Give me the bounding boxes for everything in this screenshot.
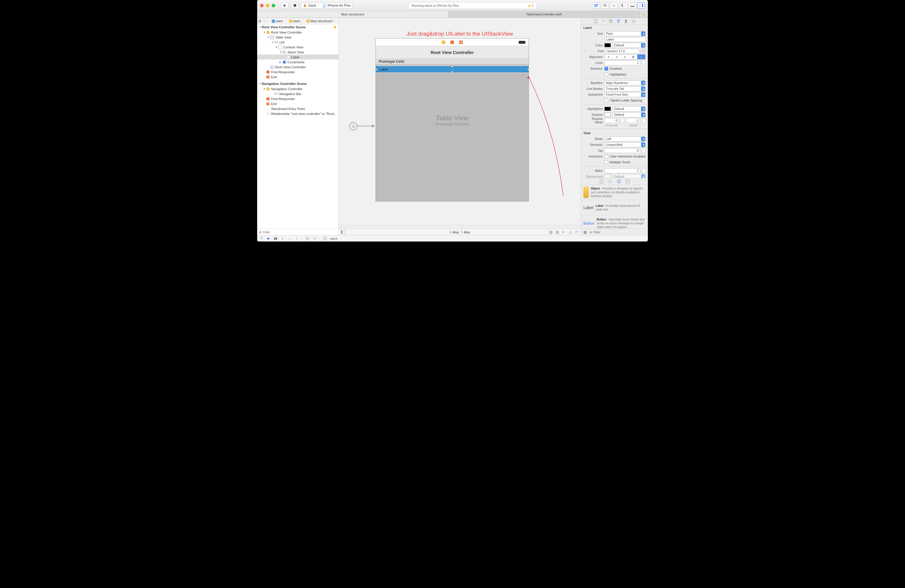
- library-item-object[interactable]: Object - Provides a template for objects…: [581, 184, 648, 200]
- jumpbar-seg-1[interactable]: stack: [289, 19, 301, 23]
- library-items-list[interactable]: Object - Provides a template for objects…: [581, 184, 648, 229]
- background-swatch[interactable]: [604, 175, 611, 178]
- standard-editor-button[interactable]: [592, 2, 600, 9]
- tab-main-storyboard[interactable]: Main.storyboard: [257, 11, 448, 17]
- resize-handle-bottom[interactable]: [451, 71, 453, 73]
- alpha-stepper[interactable]: [642, 168, 646, 173]
- multitouch-checkbox[interactable]: [604, 161, 608, 164]
- simulate-location-button[interactable]: ◁: [312, 237, 316, 241]
- quick-help-tab[interactable]: ?: [601, 19, 606, 24]
- shadow-v-field[interactable]: -1: [626, 118, 641, 123]
- align-left-button[interactable]: ≡: [605, 54, 613, 59]
- align-justify-button[interactable]: ≣: [629, 54, 637, 59]
- pause-button[interactable]: ▮▮: [273, 237, 278, 241]
- object-library-tab[interactable]: [617, 179, 621, 184]
- highlighted-swatch[interactable]: [604, 107, 611, 111]
- outline-filter-input[interactable]: [263, 230, 337, 234]
- alignment-segmented[interactable]: ≡ ≡ ≡ ≣ ---: [604, 54, 646, 59]
- jump-forward-button[interactable]: 〉: [266, 19, 269, 23]
- baseline-combo[interactable]: Align Baselines▴▾: [604, 81, 646, 86]
- scene-vc-icon[interactable]: [441, 40, 446, 44]
- jumpbar-seg-0[interactable]: stack: [271, 19, 284, 23]
- shadow-h-stepper[interactable]: [621, 118, 624, 123]
- storyboard-scene-frame[interactable]: Root View Controller Prototype Cells Lab…: [376, 38, 529, 202]
- outline-relationship[interactable]: Relationship "root view controller" to "…: [257, 111, 338, 116]
- color-combo[interactable]: Default▴▾: [613, 43, 646, 48]
- outline-root-view-controller[interactable]: ▼Root View Controller: [257, 30, 338, 35]
- toggle-navigator-button[interactable]: [620, 2, 627, 9]
- selected-label-element[interactable]: Label: [376, 66, 529, 72]
- align-center-button[interactable]: ≡: [613, 54, 621, 59]
- close-window-button[interactable]: [260, 4, 264, 7]
- outline-exit-2[interactable]: Exit: [257, 101, 338, 106]
- tighten-checkbox[interactable]: [604, 99, 608, 102]
- autoshrink-combo[interactable]: Fixed Font Size▴▾: [604, 92, 646, 97]
- outline-nav-bar[interactable]: Navigation Bar: [257, 91, 338, 96]
- text-type-combo[interactable]: Plain▴▾: [604, 31, 646, 36]
- minimize-window-button[interactable]: [266, 4, 269, 7]
- size-inspector-tab[interactable]: [624, 19, 628, 24]
- outline-tree[interactable]: ▼ Root View Controller Scene ▼Root View …: [257, 24, 338, 229]
- scheme-selector[interactable]: stack 〉 iPhone 6s Plus: [301, 2, 353, 9]
- resize-behavior-button[interactable]: ⊓: [575, 230, 578, 234]
- media-library-tab[interactable]: [626, 179, 630, 184]
- highlighted-combo[interactable]: Default▴▾: [613, 106, 646, 111]
- outline-exit-1[interactable]: Exit: [257, 75, 338, 79]
- canvas[interactable]: Just drag&drop UILabel to the UIStackVie…: [339, 18, 581, 225]
- background-combo[interactable]: Default▴▾: [613, 174, 646, 178]
- step-over-button[interactable]: ⤵: [281, 237, 284, 241]
- toggle-utilities-button[interactable]: [637, 2, 645, 9]
- connections-inspector-tab[interactable]: [631, 19, 636, 24]
- file-inspector-tab[interactable]: [593, 19, 598, 24]
- toggle-debug-area-button[interactable]: [629, 2, 636, 9]
- outline-stack-view[interactable]: ▼Stack View: [257, 49, 338, 54]
- run-button[interactable]: [281, 2, 289, 9]
- resize-handle-top[interactable]: [451, 66, 453, 67]
- pin-button[interactable]: ⊩: [562, 230, 566, 234]
- attributes-inspector-tab[interactable]: [616, 19, 621, 24]
- outline-first-responder-1[interactable]: First Responder: [257, 70, 338, 75]
- tab-tableviewcontroller[interactable]: TableViewController.swift: [448, 11, 640, 17]
- scene-exit-icon[interactable]: [459, 40, 463, 44]
- hide-debug-area-button[interactable]: ▽: [259, 237, 264, 241]
- font-picker-button[interactable]: T: [641, 49, 646, 53]
- uie-checkbox[interactable]: [604, 154, 608, 158]
- debug-view-hierarchy-button[interactable]: ◫: [305, 237, 310, 241]
- lines-field[interactable]: 1: [604, 60, 640, 65]
- outline-cell[interactable]: ▼cell: [257, 40, 338, 44]
- shadow-combo[interactable]: Default▴▾: [613, 112, 646, 117]
- step-out-button[interactable]: ↑: [294, 237, 298, 241]
- horizontal-scrollbar[interactable]: [339, 225, 581, 229]
- outline-constraints[interactable]: ▶Constraints: [257, 59, 338, 64]
- shadow-swatch[interactable]: [604, 113, 611, 117]
- size-class-bar[interactable]: wAny hAny ▥ ▤ ⊩ △ ⊓: [339, 229, 581, 235]
- align-button[interactable]: ▤: [555, 230, 559, 234]
- library-item-label[interactable]: Label Label - A variably sized amount of…: [581, 200, 648, 216]
- outline-content-view[interactable]: ▼Content View: [257, 44, 338, 49]
- shadow-h-field[interactable]: 0: [604, 118, 619, 123]
- assistant-editor-button[interactable]: [601, 2, 609, 9]
- tag-stepper[interactable]: [642, 148, 646, 153]
- process-name[interactable]: stack: [330, 237, 338, 240]
- stack-button[interactable]: ▥: [549, 230, 553, 234]
- outline-label[interactable]: LLabel: [257, 54, 338, 59]
- outline-table-view[interactable]: ▼Table View: [257, 35, 338, 40]
- shadow-v-stepper[interactable]: [642, 118, 646, 123]
- related-items-icon[interactable]: ⊞: [258, 19, 261, 23]
- library-item-button[interactable]: Button Button - Intercepts touch events …: [581, 216, 648, 229]
- segue-source-node[interactable]: ⦿: [349, 122, 357, 130]
- navigation-bar[interactable]: Root View Controller: [376, 46, 529, 59]
- outline-entry-point[interactable]: →Storyboard Entry Point: [257, 106, 338, 111]
- font-field[interactable]: System 17.0: [606, 49, 639, 54]
- outline-nav-controller[interactable]: ▼<Navigation Controller: [257, 86, 338, 91]
- scene-root-vc-scene[interactable]: ▼ Root View Controller Scene: [257, 24, 338, 30]
- scene-nav-controller-scene[interactable]: ▼ Navigation Controller Scene: [257, 81, 338, 86]
- semantic-combo[interactable]: Unspecified▴▾: [604, 142, 646, 147]
- jumpbar-seg-3[interactable]: Main.stor…ard (Base): [338, 19, 338, 23]
- library-filter-input[interactable]: [593, 230, 646, 234]
- jump-back-button[interactable]: 〈: [262, 19, 265, 23]
- library-view-toggle[interactable]: ▦: [583, 230, 587, 234]
- resize-handle-left[interactable]: [375, 68, 377, 70]
- outline-first-responder-2[interactable]: First Responder: [257, 96, 338, 101]
- identity-inspector-tab[interactable]: [608, 19, 613, 24]
